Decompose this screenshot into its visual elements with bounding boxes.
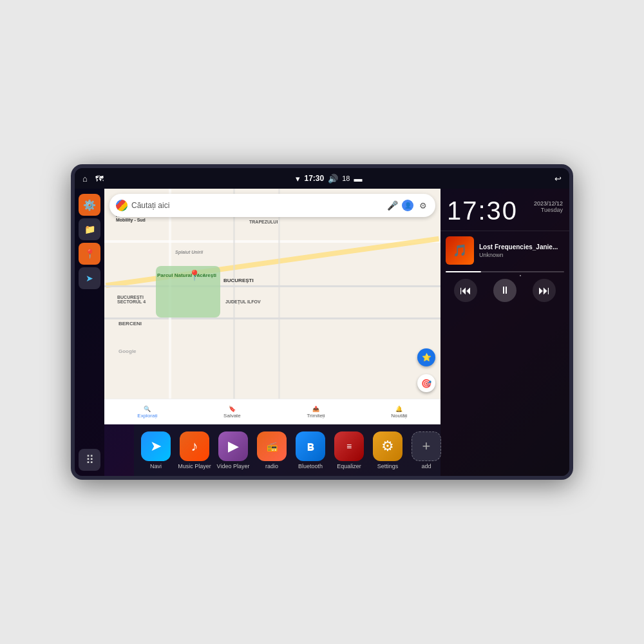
bluetooth-icon: ʙ [296, 431, 325, 461]
map-label-parc: Parcul Natural Văcărești [157, 272, 216, 278]
right-panel: 17:30 2023/12/12 Tuesday 🎵 Lost Frequenc… [440, 189, 569, 476]
map-nav-bar: 🔍 Explorați 🔖 Salvate 📤 Trimiteți 🔔 Nout… [104, 399, 440, 424]
volume-icon: 🔊 [328, 174, 338, 184]
home-icon[interactable]: ⌂ [82, 174, 88, 184]
app-equalizer[interactable]: ≡ Equalizer [330, 431, 368, 469]
app-radio-label: radio [265, 463, 278, 469]
app-add-label: add [421, 463, 431, 469]
app-bar: ➤ Navi ♪ Music Player ▶ Video Player 📻 r… [134, 424, 440, 476]
app-navi[interactable]: ➤ Navi [137, 431, 175, 469]
mic-icon[interactable]: 🎤 [386, 200, 398, 211]
music-info: 🎵 Lost Frequencies_Janie... Unknown [446, 236, 564, 265]
map-nav-saved[interactable]: 🔖 Salvate [223, 406, 241, 419]
device-frame: ⌂ 🗺 ▾ 17:30 🔊 18 ▬ ↩ ⚙️ 📁 � [71, 164, 573, 480]
map-star-button[interactable]: ⭐ [417, 348, 435, 366]
map-nav-news[interactable]: 🔔 Noutăți [391, 406, 407, 419]
music-icon: ♪ [180, 431, 209, 461]
app-music[interactable]: ♪ Music Player [175, 431, 214, 469]
map-label-berceni: BERCENI [118, 321, 142, 327]
map-label-splai: Splaiut Unirii [175, 250, 203, 254]
app-radio[interactable]: 📻 radio [252, 431, 291, 469]
map-label-ilfov: JUDEȚUL ILFOV [225, 299, 261, 304]
music-controls: ⏮ ⏸ ⏭ [446, 279, 564, 302]
map-search-bar[interactable]: Căutați aici 🎤 👤 ⚙ [109, 194, 435, 217]
map-nav-explore[interactable]: 🔍 Explorați [137, 406, 157, 419]
settings-icon: ⚙ [373, 431, 402, 461]
sidebar: ⚙️ 📁 📍 ➤ ⠿ [75, 189, 104, 476]
prev-button[interactable]: ⏮ [454, 279, 477, 302]
pause-button[interactable]: ⏸ [493, 279, 516, 302]
music-section: 🎵 Lost Frequencies_Janie... Unknown ⏮ ⏸ … [440, 231, 569, 476]
navi-icon: ➤ [141, 431, 171, 461]
app-bluetooth[interactable]: ʙ Bluetooth [291, 431, 330, 469]
map-label-trap: TRAPEZULUI [249, 220, 278, 224]
map-icon[interactable]: 🗺 [95, 174, 104, 184]
app-video-label: Video Player [217, 463, 250, 469]
album-art: 🎵 [446, 236, 474, 265]
map-label-buc: BUCUREȘTI [223, 278, 254, 283]
progress-bar[interactable] [446, 271, 564, 272]
app-settings-label: Settings [377, 463, 399, 469]
app-music-label: Music Player [178, 463, 211, 469]
equalizer-icon: ≡ [334, 431, 364, 461]
add-icon: + [412, 431, 441, 461]
wifi-icon: ▾ [296, 174, 300, 184]
music-title: Lost Frequencies_Janie... [479, 243, 564, 251]
battery-level: 18 [342, 175, 350, 182]
status-bar: ⌂ 🗺 ▾ 17:30 🔊 18 ▬ ↩ [75, 168, 569, 189]
status-time: 17:30 [304, 174, 324, 183]
sidebar-item-location[interactable]: 📍 [79, 243, 100, 265]
album-art-inner: 🎵 [446, 236, 474, 265]
music-meta: Lost Frequencies_Janie... Unknown [479, 243, 564, 258]
map-nav-send[interactable]: 📤 Trimiteți [307, 406, 325, 419]
app-add[interactable]: + add [407, 431, 446, 469]
clock-time: 17:30 [447, 196, 518, 225]
map-container[interactable]: AXIS PremiumMobility - Sud Pizza & Baker… [104, 189, 440, 424]
map-background: AXIS PremiumMobility - Sud Pizza & Baker… [104, 189, 440, 424]
map-location-button[interactable]: 🎯 [417, 374, 435, 392]
app-video[interactable]: ▶ Video Player [214, 431, 252, 469]
clock-weekday: Tuesday [534, 207, 563, 213]
map-pin-parc: 📍 [188, 269, 201, 281]
app-bt-label: Bluetooth [298, 463, 323, 469]
next-button[interactable]: ⏭ [533, 279, 556, 302]
battery-icon: ▬ [354, 174, 362, 184]
main-content: ⚙️ 📁 📍 ➤ ⠿ [75, 189, 569, 476]
search-placeholder-text: Căutați aici [131, 201, 383, 210]
sidebar-item-apps[interactable]: ⠿ [79, 449, 100, 471]
google-logo [116, 200, 128, 211]
sidebar-item-files[interactable]: 📁 [79, 218, 100, 240]
music-artist: Unknown [479, 252, 564, 258]
map-label-sect4: BUCUREȘTISECTORUL 4 [117, 295, 146, 304]
map-label-google: Google [118, 348, 137, 354]
account-icon[interactable]: 👤 [402, 200, 413, 211]
app-eq-label: Equalizer [337, 463, 361, 469]
clock-date: 2023/12/12 [534, 200, 563, 207]
radio-icon: 📻 [257, 431, 287, 461]
app-settings[interactable]: ⚙ Settings [368, 431, 407, 469]
sidebar-item-navigation[interactable]: ➤ [79, 267, 100, 289]
app-navi-label: Navi [150, 463, 162, 469]
progress-fill [446, 271, 481, 272]
map-area: AXIS PremiumMobility - Sud Pizza & Baker… [104, 189, 440, 476]
video-icon: ▶ [218, 431, 248, 461]
clock-section: 17:30 2023/12/12 Tuesday [440, 189, 569, 231]
settings-gear-icon[interactable]: ⚙ [417, 200, 429, 211]
sidebar-item-settings[interactable]: ⚙️ [79, 194, 100, 216]
back-icon[interactable]: ↩ [554, 174, 562, 184]
